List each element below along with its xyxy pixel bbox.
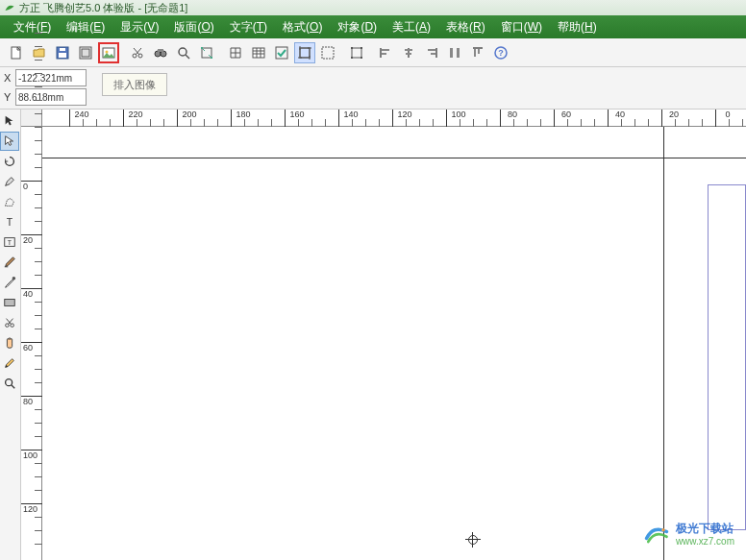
- binoculars-button[interactable]: [150, 42, 171, 63]
- main-toolbar: ?: [0, 38, 746, 67]
- menu-编辑[interactable]: 编辑(E): [59, 17, 112, 37]
- ruler-tick-label: 200: [175, 110, 204, 119]
- ruler-tick-label: 20: [659, 110, 688, 119]
- menu-对象[interactable]: 对象(D): [330, 17, 385, 37]
- svg-rect-26: [382, 49, 389, 51]
- crop-button[interactable]: [294, 42, 315, 63]
- svg-rect-21: [352, 48, 361, 58]
- svg-rect-19: [300, 48, 310, 58]
- y-coordinate-input[interactable]: [15, 88, 87, 106]
- ruler-tick-label: 160: [283, 110, 311, 119]
- ruler-tick-label: 20: [23, 235, 33, 245]
- polygon-tool[interactable]: [0, 192, 19, 211]
- watermark-url: www.xz7.com: [676, 536, 734, 547]
- y-label: Y: [4, 91, 15, 103]
- transform-button[interactable]: [196, 42, 217, 63]
- zoom-tool-icon: [3, 377, 16, 390]
- pen-tool[interactable]: [0, 172, 19, 191]
- import-frame-icon: [78, 45, 93, 61]
- rotate-tool[interactable]: [0, 152, 19, 171]
- svg-rect-31: [431, 53, 435, 55]
- cut-icon: [130, 45, 145, 61]
- vertical-ruler[interactable]: 020406080100120: [21, 127, 42, 560]
- svg-rect-32: [450, 48, 453, 58]
- canvas[interactable]: [42, 127, 746, 560]
- bounds-button[interactable]: [346, 42, 367, 63]
- ruler-tick-label: 100: [23, 450, 37, 460]
- menu-bar: 文件(F)编辑(E)显示(V)版面(O)文字(T)格式(O)对象(D)美工(A)…: [0, 15, 746, 38]
- svg-rect-5: [82, 49, 89, 57]
- binoculars-icon: [153, 45, 168, 61]
- ruler-tick-label: 60: [552, 110, 581, 119]
- menu-格式[interactable]: 格式(O): [275, 17, 330, 37]
- align-left-icon: [378, 45, 393, 61]
- x-coordinate-input[interactable]: [15, 69, 87, 86]
- distribute-button[interactable]: [444, 42, 465, 63]
- rectangle-tool-icon: [3, 296, 16, 309]
- vertical-guide[interactable]: [663, 127, 664, 560]
- new-doc-button[interactable]: [6, 42, 27, 63]
- grid-button[interactable]: [225, 42, 246, 63]
- menu-文字[interactable]: 文字(T): [222, 17, 275, 37]
- svg-rect-43: [5, 300, 15, 306]
- direct-select-tool[interactable]: [0, 132, 19, 151]
- save-button[interactable]: [52, 42, 73, 63]
- svg-rect-34: [474, 49, 476, 57]
- menu-美工[interactable]: 美工(A): [385, 17, 438, 37]
- canvas-wrap: 240220200180160140120100806040200 020406…: [21, 110, 746, 560]
- document-frame[interactable]: [708, 184, 746, 530]
- svg-point-42: [12, 277, 16, 280]
- zoom-tool[interactable]: [0, 374, 19, 393]
- magnifier-button[interactable]: [173, 42, 194, 63]
- ruler-corner[interactable]: [21, 110, 42, 127]
- insert-image-tooltip: 排入图像: [102, 73, 167, 96]
- cut-button[interactable]: [127, 42, 148, 63]
- hand-tool[interactable]: [0, 333, 19, 353]
- text-tool-icon: T: [3, 215, 16, 229]
- ruler-tick-label: 120: [23, 504, 37, 514]
- text-frame-tool[interactable]: T: [0, 232, 19, 252]
- svg-rect-18: [276, 47, 287, 59]
- transform-icon: [199, 45, 214, 61]
- menu-窗口[interactable]: 窗口(W): [493, 17, 550, 37]
- scissors-tool-icon: [3, 316, 16, 329]
- eyedropper-tool[interactable]: [0, 273, 19, 292]
- menu-文件[interactable]: 文件(F): [6, 17, 59, 37]
- help-button[interactable]: ?: [490, 42, 511, 63]
- pointer-tool-icon: [3, 114, 16, 128]
- text-tool[interactable]: T: [0, 212, 19, 231]
- menu-表格[interactable]: 表格(R): [438, 17, 493, 37]
- menu-帮助[interactable]: 帮助(H): [550, 17, 605, 37]
- svg-rect-35: [478, 49, 480, 54]
- import-frame-button[interactable]: [75, 42, 96, 63]
- save-icon: [55, 45, 70, 61]
- svg-rect-25: [361, 57, 362, 59]
- insert-image-button[interactable]: [98, 42, 119, 63]
- text-frame-tool-icon: T: [3, 235, 16, 249]
- selection-button[interactable]: [317, 42, 338, 63]
- scissors-tool[interactable]: [0, 313, 19, 332]
- align-top-icon: [470, 45, 485, 61]
- ruler-tick-label: 80: [23, 397, 33, 406]
- rectangle-tool[interactable]: [0, 293, 19, 312]
- horizontal-ruler[interactable]: 240220200180160140120100806040200: [42, 110, 746, 127]
- brush-tool[interactable]: [0, 253, 19, 272]
- menu-显示[interactable]: 显示(V): [112, 17, 166, 37]
- svg-rect-2: [59, 53, 66, 58]
- horizontal-guide[interactable]: [42, 158, 746, 158]
- ruler-tick-label: 60: [23, 343, 33, 353]
- check-button[interactable]: [271, 42, 292, 63]
- align-right-button[interactable]: [421, 42, 442, 63]
- align-center-button[interactable]: [398, 42, 419, 63]
- align-center-icon: [401, 45, 416, 61]
- insert-image-icon: [101, 45, 116, 61]
- pencil-tool[interactable]: [0, 353, 19, 373]
- pointer-tool[interactable]: [0, 111, 19, 131]
- direct-select-tool-icon: [3, 134, 16, 148]
- align-top-button[interactable]: [467, 42, 488, 63]
- ruler-tick-label: 100: [444, 110, 473, 119]
- table-button[interactable]: [248, 42, 269, 63]
- ruler-tick-label: 120: [390, 110, 419, 119]
- menu-版面[interactable]: 版面(O): [166, 17, 221, 37]
- align-left-button[interactable]: [375, 42, 396, 63]
